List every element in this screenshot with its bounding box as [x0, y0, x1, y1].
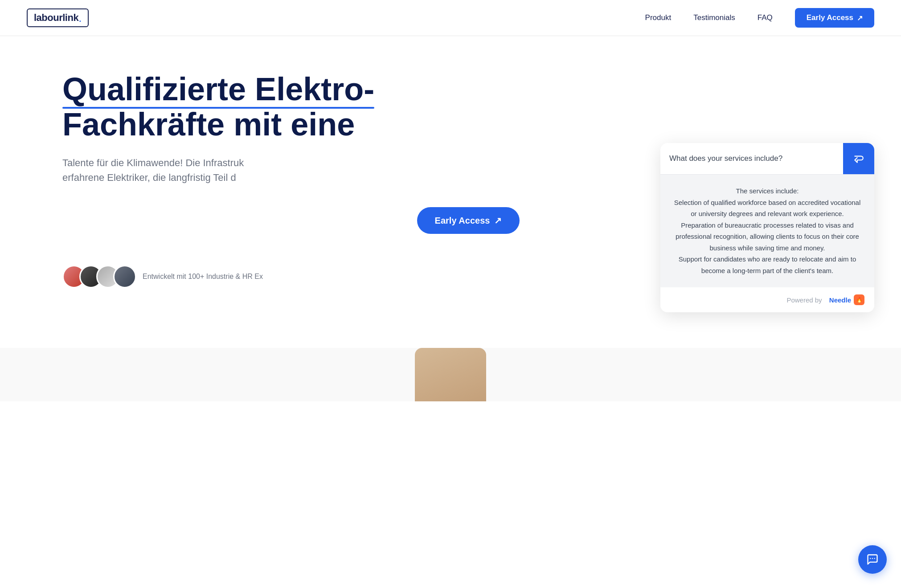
return-arrow-icon — [853, 153, 864, 164]
hero-cta-arrow-icon: ↗ — [494, 215, 502, 226]
chat-response-text: The services include:Selection of qualif… — [674, 187, 861, 274]
bottom-peek-section — [0, 348, 901, 401]
nav-link-testimonials[interactable]: Testimonials — [693, 13, 735, 22]
expert-text: Entwickelt mit 100+ Industrie & HR Ex — [143, 273, 263, 281]
expert-avatars — [62, 265, 136, 288]
logo-dot: . — [78, 12, 82, 24]
nav-cta-arrow-icon: ↗ — [857, 14, 863, 22]
navbar: labourlink. Produkt Testimonials FAQ Ear… — [0, 0, 901, 36]
needle-brand-icon: 🔥 — [854, 294, 864, 305]
chat-response: The services include:Selection of qualif… — [660, 175, 874, 287]
hero-title: Qualifizierte Elektro- Fachkräfte mit ei… — [27, 72, 493, 142]
nav-link-faq[interactable]: FAQ — [758, 13, 773, 22]
chat-input[interactable] — [660, 144, 843, 173]
nav-early-access-button[interactable]: Early Access ↗ — [795, 8, 874, 28]
nav-links: Produkt Testimonials FAQ Early Access ↗ — [645, 8, 874, 28]
needle-brand-label: Needle — [829, 296, 851, 304]
powered-by-label: Powered by — [786, 296, 822, 304]
hero-title-line1: Qualifizierte Elektro- — [62, 72, 374, 107]
bottom-image-peek — [415, 348, 486, 401]
hero-early-access-button[interactable]: Early Access ↗ — [417, 207, 520, 234]
chat-input-row — [660, 143, 874, 175]
chat-send-button[interactable] — [843, 143, 874, 174]
logo[interactable]: labourlink. — [27, 8, 89, 27]
hero-section: Qualifizierte Elektro- Fachkräfte mit ei… — [0, 36, 901, 348]
chat-widget: The services include:Selection of qualif… — [660, 143, 874, 312]
chat-footer: Powered by Needle 🔥 — [660, 287, 874, 312]
hero-subtitle: Talente für die Klimawende! Die Infrastr… — [27, 155, 493, 185]
nav-link-produkt[interactable]: Produkt — [645, 13, 672, 22]
avatar-4 — [113, 265, 136, 288]
hero-title-line2: Fachkräfte mit eine — [62, 106, 355, 142]
logo-text: labourlink — [34, 12, 78, 24]
